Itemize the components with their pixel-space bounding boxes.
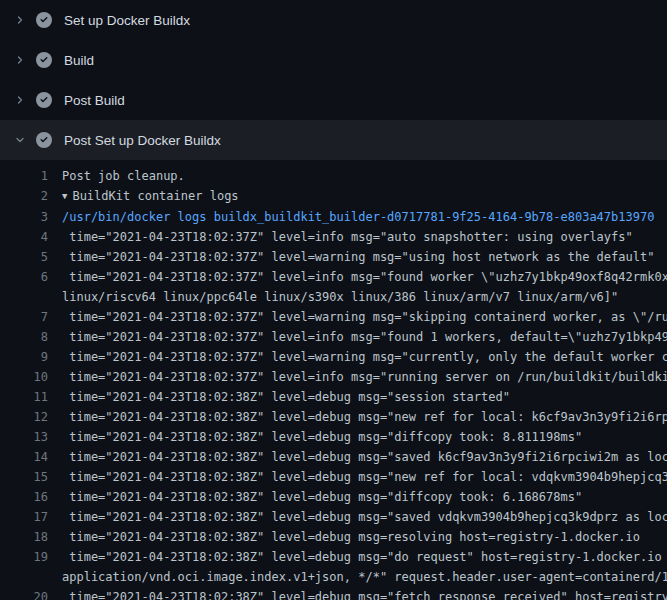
triangle-down-icon: ▼ xyxy=(62,186,67,206)
step-header[interactable]: Post Build xyxy=(0,80,667,120)
log-line: 10 time="2021-04-23T18:02:37Z" level=inf… xyxy=(0,367,667,387)
log-line: 16 time="2021-04-23T18:02:38Z" level=deb… xyxy=(0,487,667,507)
line-number[interactable]: 19 xyxy=(0,547,62,567)
line-number[interactable]: 4 xyxy=(0,227,62,247)
log-text: time="2021-04-23T18:02:38Z" level=debug … xyxy=(62,487,667,507)
line-number[interactable]: 12 xyxy=(0,407,62,427)
step-label: Build xyxy=(64,53,94,68)
step-header[interactable]: Build xyxy=(0,40,667,80)
log-text: time="2021-04-23T18:02:37Z" level=warnin… xyxy=(62,347,667,367)
line-number[interactable]: 18 xyxy=(0,527,62,547)
log-text[interactable]: ▼BuildKit container logs xyxy=(62,186,667,207)
log-line: 6 time="2021-04-23T18:02:37Z" level=info… xyxy=(0,267,667,287)
check-circle-icon xyxy=(36,52,52,68)
workflow-log-viewer: Set up Docker BuildxBuildPost BuildPost … xyxy=(0,0,667,600)
log-line: 18 time="2021-04-23T18:02:38Z" level=deb… xyxy=(0,527,667,547)
log-text: time="2021-04-23T18:02:38Z" level=debug … xyxy=(62,527,667,547)
log-line: 3/usr/bin/docker logs buildx_buildkit_bu… xyxy=(0,207,667,227)
log-line: 2▼BuildKit container logs xyxy=(0,186,667,207)
step-label: Set up Docker Buildx xyxy=(64,13,190,28)
line-number[interactable]: 20 xyxy=(0,587,62,600)
log-text: time="2021-04-23T18:02:38Z" level=debug … xyxy=(62,447,667,467)
line-number xyxy=(0,567,62,587)
chevron-right-icon xyxy=(12,92,28,108)
log-line: 14 time="2021-04-23T18:02:38Z" level=deb… xyxy=(0,447,667,467)
log-text: application/vnd.oci.image.index.v1+json,… xyxy=(62,567,667,587)
log-line: 13 time="2021-04-23T18:02:38Z" level=deb… xyxy=(0,427,667,447)
check-circle-icon xyxy=(36,132,52,148)
check-circle-icon xyxy=(36,92,52,108)
log-line: 7 time="2021-04-23T18:02:37Z" level=warn… xyxy=(0,307,667,327)
line-number[interactable]: 6 xyxy=(0,267,62,287)
line-number[interactable]: 9 xyxy=(0,347,62,367)
log-line: 19 time="2021-04-23T18:02:38Z" level=deb… xyxy=(0,547,667,567)
line-number[interactable]: 13 xyxy=(0,427,62,447)
log-text: time="2021-04-23T18:02:37Z" level=info m… xyxy=(62,227,667,247)
log-group-label: BuildKit container logs xyxy=(72,189,238,203)
line-number[interactable]: 15 xyxy=(0,467,62,487)
log-line: 15 time="2021-04-23T18:02:38Z" level=deb… xyxy=(0,467,667,487)
line-number[interactable]: 1 xyxy=(0,166,62,186)
log-line: application/vnd.oci.image.index.v1+json,… xyxy=(0,567,667,587)
log-command-text: /usr/bin/docker logs buildx_buildkit_bui… xyxy=(62,207,667,227)
log-line: 8 time="2021-04-23T18:02:37Z" level=info… xyxy=(0,327,667,347)
log-text: time="2021-04-23T18:02:37Z" level=warnin… xyxy=(62,307,667,327)
log-line: 1Post job cleanup. xyxy=(0,166,667,186)
log-line: 11 time="2021-04-23T18:02:38Z" level=deb… xyxy=(0,387,667,407)
log-line: linux/riscv64 linux/ppc64le linux/s390x … xyxy=(0,287,667,307)
line-number[interactable]: 8 xyxy=(0,327,62,347)
log-text: time="2021-04-23T18:02:38Z" level=debug … xyxy=(62,427,667,447)
step-label: Post Set up Docker Buildx xyxy=(64,133,221,148)
steps-list: Set up Docker BuildxBuildPost BuildPost … xyxy=(0,0,667,160)
log-line: 17 time="2021-04-23T18:02:38Z" level=deb… xyxy=(0,507,667,527)
log-text: Post job cleanup. xyxy=(62,166,667,186)
log-line: 20 time="2021-04-23T18:02:38Z" level=deb… xyxy=(0,587,667,600)
log-text: time="2021-04-23T18:02:38Z" level=debug … xyxy=(62,467,667,487)
step-header[interactable]: Post Set up Docker Buildx xyxy=(0,120,667,160)
log-text: time="2021-04-23T18:02:38Z" level=debug … xyxy=(62,587,667,600)
line-number[interactable]: 10 xyxy=(0,367,62,387)
log-text: time="2021-04-23T18:02:38Z" level=debug … xyxy=(62,387,667,407)
step-header[interactable]: Set up Docker Buildx xyxy=(0,0,667,40)
step-label: Post Build xyxy=(64,93,125,108)
log-line: 9 time="2021-04-23T18:02:37Z" level=warn… xyxy=(0,347,667,367)
chevron-right-icon xyxy=(12,12,28,28)
line-number[interactable]: 3 xyxy=(0,207,62,227)
line-number[interactable]: 7 xyxy=(0,307,62,327)
chevron-down-icon xyxy=(12,132,28,148)
log-lines: 1Post job cleanup.2▼BuildKit container l… xyxy=(0,160,667,600)
chevron-right-icon xyxy=(12,52,28,68)
log-text: time="2021-04-23T18:02:37Z" level=info m… xyxy=(62,327,667,347)
line-number[interactable]: 16 xyxy=(0,487,62,507)
log-line: 5 time="2021-04-23T18:02:37Z" level=warn… xyxy=(0,247,667,267)
line-number[interactable]: 2 xyxy=(0,186,62,207)
log-line: 12 time="2021-04-23T18:02:38Z" level=deb… xyxy=(0,407,667,427)
log-text: time="2021-04-23T18:02:37Z" level=info m… xyxy=(62,367,667,387)
log-text: time="2021-04-23T18:02:38Z" level=debug … xyxy=(62,547,667,567)
line-number[interactable]: 14 xyxy=(0,447,62,467)
line-number[interactable]: 11 xyxy=(0,387,62,407)
line-number xyxy=(0,287,62,307)
line-number[interactable]: 17 xyxy=(0,507,62,527)
check-circle-icon xyxy=(36,12,52,28)
log-text: time="2021-04-23T18:02:38Z" level=debug … xyxy=(62,507,667,527)
line-number[interactable]: 5 xyxy=(0,247,62,267)
log-line: 4 time="2021-04-23T18:02:37Z" level=info… xyxy=(0,227,667,247)
log-text: time="2021-04-23T18:02:37Z" level=info m… xyxy=(62,267,667,287)
log-text: time="2021-04-23T18:02:37Z" level=warnin… xyxy=(62,247,667,267)
log-text: time="2021-04-23T18:02:38Z" level=debug … xyxy=(62,407,667,427)
log-text: linux/riscv64 linux/ppc64le linux/s390x … xyxy=(62,287,667,307)
